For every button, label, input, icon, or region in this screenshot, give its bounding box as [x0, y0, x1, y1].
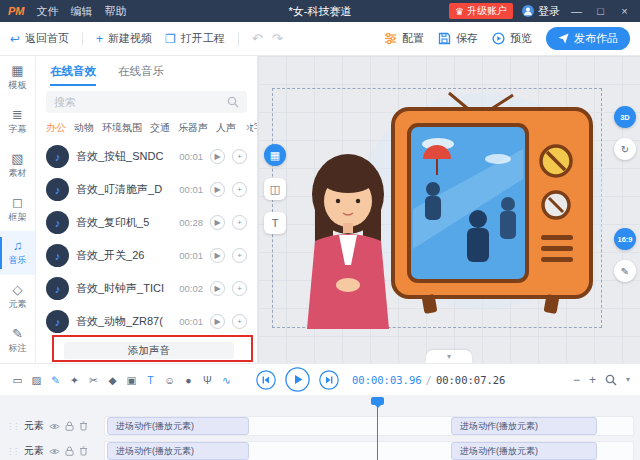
category-more-chevron-icon[interactable]: › [243, 120, 250, 134]
search-input[interactable] [54, 96, 227, 108]
add-sound-to-track-button[interactable]: + [232, 281, 247, 296]
visibility-eye-icon[interactable] [49, 422, 60, 431]
save-button[interactable]: 保存 [438, 31, 478, 46]
timeline-clip[interactable]: 进场动作(播放元素) [451, 417, 597, 435]
mic-tool-icon[interactable]: Ψ [200, 372, 215, 388]
image-tool-icon[interactable]: ▨ [29, 372, 44, 388]
edit-icon[interactable]: ✎ [614, 260, 636, 282]
timeline-clip[interactable]: 进场动作(播放元素) [107, 417, 249, 435]
timeline[interactable]: ⋮⋮ 元素 进场动作(播放元素) 进场动作(播放元素) ⋮⋮ 元素 进场动作(播… [0, 395, 640, 460]
open-project-button[interactable]: ❐ 打开工程 [165, 31, 225, 46]
category-instruments[interactable]: 乐器声 [178, 121, 208, 135]
rotate-icon[interactable]: ↻ [614, 138, 636, 160]
window-title: *女-科技赛道 [289, 4, 352, 19]
zoom-menu-chevron-icon[interactable]: ▾ [626, 375, 630, 384]
audio-tool-icon[interactable]: ∿ [219, 372, 234, 388]
redo-button[interactable]: ↷ [272, 31, 283, 46]
shape-tool-icon[interactable]: ◆ [105, 372, 120, 388]
tab-online-music[interactable]: 在线音乐 [118, 56, 164, 86]
sidebar-item-frames[interactable]: ◻ 框架 [0, 188, 35, 232]
add-sound-to-track-button[interactable]: + [232, 215, 247, 230]
add-sound-to-track-button[interactable]: + [232, 182, 247, 197]
list-item[interactable]: ♪ 音效_时钟声_TICI 00:02 ▶ + [36, 272, 257, 305]
list-item[interactable]: ♪ 音效_复印机_5 00:28 ▶ + [36, 206, 257, 239]
track-lane[interactable]: 进场动作(播放元素) 进场动作(播放元素) [104, 441, 634, 460]
sidebar-item-elements[interactable]: ◇ 元素 [0, 275, 35, 319]
drag-handle-icon[interactable]: ⋮⋮ [6, 422, 18, 431]
list-item[interactable]: ♪ 音效_叮清脆声_D 00:01 ▶ + [36, 173, 257, 206]
crop-tool-icon[interactable]: ✂ [86, 372, 101, 388]
play-sound-button[interactable]: ▶ [210, 281, 225, 296]
3d-mode-button[interactable]: 3D [614, 106, 636, 128]
sidebar-item-music[interactable]: ♫ 音乐 [0, 231, 35, 275]
selected-video-element[interactable] [272, 88, 602, 328]
list-item[interactable]: ♪ 音效_动物_ZR87( 00:01 ▶ + [36, 305, 257, 338]
app-logo: PM [8, 5, 25, 17]
lock-icon[interactable] [65, 446, 74, 456]
add-sound-to-track-button[interactable]: + [232, 149, 247, 164]
next-frame-button[interactable] [319, 370, 339, 390]
prev-frame-button[interactable] [256, 370, 276, 390]
add-sound-button[interactable]: 添加声音 [64, 342, 234, 359]
apps-grid-button[interactable]: ▦ [264, 144, 286, 166]
lock-icon[interactable] [65, 421, 74, 431]
magnifier-icon[interactable] [605, 374, 617, 386]
trash-icon[interactable] [79, 446, 88, 456]
play-sound-button[interactable]: ▶ [210, 182, 225, 197]
add-sound-to-track-button[interactable]: + [232, 248, 247, 263]
sidebar-item-annotations[interactable]: ✎ 标注 [0, 319, 35, 363]
sidebar-item-templates[interactable]: ▦ 模板 [0, 56, 35, 100]
close-button[interactable]: × [617, 5, 632, 17]
sidebar-item-subtitles[interactable]: ≣ 字幕 [0, 100, 35, 144]
play-sound-button[interactable]: ▶ [210, 314, 225, 329]
trash-icon[interactable] [79, 421, 88, 431]
category-office[interactable]: 办公 [46, 121, 66, 135]
maximize-button[interactable]: □ [593, 5, 608, 17]
menu-help[interactable]: 帮助 [105, 4, 127, 19]
playhead-handle[interactable] [371, 397, 384, 405]
timeline-clip[interactable]: 进场动作(播放元素) [107, 442, 249, 460]
tab-online-sound-effects[interactable]: 在线音效 [50, 56, 96, 86]
visibility-eye-icon[interactable] [49, 447, 60, 456]
play-sound-button[interactable]: ▶ [210, 215, 225, 230]
drag-handle-icon[interactable]: ⋮⋮ [6, 447, 18, 456]
category-animals[interactable]: 动物 [74, 121, 94, 135]
canvas-stage[interactable]: ▦ ◫ T [258, 56, 640, 363]
track-lane[interactable]: 进场动作(播放元素) 进场动作(播放元素) [104, 416, 634, 436]
draw-tool-icon[interactable]: ✎ [48, 372, 63, 388]
list-item[interactable]: ♪ 音效_开关_26 00:01 ▶ + [36, 239, 257, 272]
effect-tool-icon[interactable]: ✦ [67, 372, 82, 388]
upgrade-account-button[interactable]: ♛ 升级账户 [449, 3, 513, 19]
new-video-button[interactable]: + 新建视频 [96, 31, 152, 46]
subtitle-tool-icon[interactable]: ▣ [124, 372, 139, 388]
preview-button[interactable]: 预览 [492, 31, 532, 46]
category-traffic[interactable]: 交通 [150, 121, 170, 135]
menu-file[interactable]: 文件 [37, 4, 59, 19]
panel-layout-button[interactable]: ◫ [264, 178, 286, 200]
category-voice[interactable]: 人声 [216, 121, 236, 135]
play-button[interactable] [285, 367, 310, 392]
category-ambience[interactable]: 环境氛围 [102, 121, 142, 135]
timeline-clip[interactable]: 进场动作(播放元素) [451, 442, 597, 460]
canvas-tool-icon[interactable]: ▭ [10, 372, 25, 388]
add-sound-to-track-button[interactable]: + [232, 314, 247, 329]
play-sound-button[interactable]: ▶ [210, 149, 225, 164]
zoom-in-button[interactable]: + [589, 373, 596, 387]
publish-button[interactable]: 发布作品 [546, 27, 630, 50]
sidebar-item-materials[interactable]: ▧ 素材 [0, 144, 35, 188]
config-button[interactable]: 配置 [384, 31, 424, 46]
character-tool-icon[interactable]: ☺ [162, 372, 177, 388]
text-tool-icon[interactable]: T [143, 372, 158, 388]
zoom-out-button[interactable]: − [573, 373, 580, 387]
play-sound-button[interactable]: ▶ [210, 248, 225, 263]
aspect-ratio-button[interactable]: 16:9 [614, 228, 636, 250]
record-tool-icon[interactable]: ● [181, 372, 196, 388]
collapse-panel-tab[interactable]: ▾ [426, 350, 472, 363]
back-home-button[interactable]: ↩ 返回首页 [10, 31, 69, 46]
list-item[interactable]: ♪ 音效_按钮_SNDC 00:01 ▶ + [36, 140, 257, 173]
menu-edit[interactable]: 编辑 [71, 4, 93, 19]
minimize-button[interactable]: — [569, 5, 584, 17]
text-tool-button[interactable]: T [264, 212, 286, 234]
login-button[interactable]: 登录 [522, 4, 560, 19]
undo-button[interactable]: ↶ [252, 31, 263, 46]
